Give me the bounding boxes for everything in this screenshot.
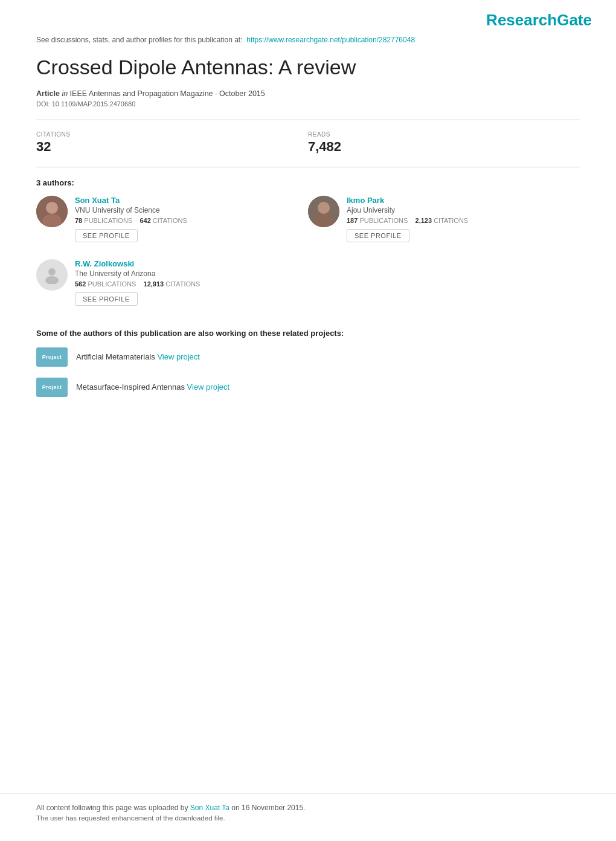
author-affiliation-ikmo: Ajou University <box>347 206 580 214</box>
author-stats-rw: 562 PUBLICATIONS 12,913 CITATIONS <box>75 280 308 288</box>
svg-point-4 <box>318 202 330 214</box>
ikmo-cit-num: 2,123 <box>415 217 432 224</box>
footer-upload-text: All content following this page was uplo… <box>36 804 580 812</box>
avatar-ikmo <box>308 196 339 227</box>
rw-cit-label: CITATIONS <box>165 280 200 288</box>
publication-link[interactable]: https://www.researchgate.net/publication… <box>246 36 415 44</box>
ikmo-pub-label: PUBLICATIONS <box>359 217 408 224</box>
footer-uploader-link[interactable]: Son Xuat Ta <box>190 804 229 812</box>
project-name-1: Artificial Metamaterials <box>76 352 157 361</box>
reads-block: READS 7,482 <box>308 131 580 155</box>
avatar-son-image <box>36 196 68 227</box>
author-name-son[interactable]: Son Xuat Ta <box>75 196 308 205</box>
project-badge-1: Project <box>36 347 68 367</box>
svg-point-7 <box>45 276 59 284</box>
researchgate-logo: ResearchGate <box>486 11 592 30</box>
reads-label: READS <box>308 131 580 138</box>
project-text-2: Metasurface-Inspired Antennas View proje… <box>76 382 229 392</box>
project-text-1: Artificial Metamaterials View project <box>76 352 200 361</box>
authors-heading: 3 authors: <box>36 178 580 187</box>
person-icon <box>43 266 61 284</box>
author-info-rw: R.W. Ziolkowski The University of Arizon… <box>75 259 308 306</box>
ikmo-cit-label: CITATIONS <box>434 217 468 224</box>
date-separator: · <box>215 89 219 98</box>
journal-name: IEEE Antennas and Propagation Magazine <box>70 89 213 98</box>
citations-value: 32 <box>36 139 308 155</box>
article-meta: Article in IEEE Antennas and Propagation… <box>36 89 580 98</box>
authors-divider <box>36 167 580 167</box>
see-profile-son[interactable]: SEE PROFILE <box>75 229 138 242</box>
son-cit-label: CITATIONS <box>153 217 187 224</box>
author-card-rw: R.W. Ziolkowski The University of Arizon… <box>36 259 308 306</box>
project-name-2: Metasurface-Inspired Antennas <box>76 382 187 392</box>
see-discussions-bar: See discussions, stats, and author profi… <box>36 36 580 44</box>
son-cit-num: 642 <box>140 217 150 224</box>
stats-divider <box>36 120 580 120</box>
see-profile-rw[interactable]: SEE PROFILE <box>75 292 138 306</box>
svg-point-1 <box>46 202 58 214</box>
ikmo-pub-num: 187 <box>347 217 358 224</box>
author-info-ikmo: Ikmo Park Ajou University 187 PUBLICATIO… <box>347 196 580 242</box>
footer-suffix: on 16 November 2015. <box>231 804 305 812</box>
rw-pub-num: 562 <box>75 280 86 288</box>
author-stats-son: 78 PUBLICATIONS 642 CITATIONS <box>75 217 308 224</box>
article-type: Article <box>36 89 60 98</box>
see-profile-ikmo[interactable]: SEE PROFILE <box>347 229 409 242</box>
author-stats-ikmo: 187 PUBLICATIONS 2,123 CITATIONS <box>347 217 580 224</box>
author-name-rw[interactable]: R.W. Ziolkowski <box>75 259 308 268</box>
author-card-son: Son Xuat Ta VNU University of Science 78… <box>36 196 308 242</box>
avatar-ikmo-image <box>308 196 339 227</box>
page-header: ResearchGate <box>0 0 616 36</box>
see-discussions-text: See discussions, stats, and author profi… <box>36 36 243 44</box>
author-card-ikmo: Ikmo Park Ajou University 187 PUBLICATIO… <box>308 196 580 242</box>
avatar-son <box>36 196 68 227</box>
project-row-2: Project Metasurface-Inspired Antennas Vi… <box>36 378 580 397</box>
svg-point-6 <box>48 268 56 276</box>
avatar-rw-placeholder <box>36 259 68 291</box>
author-name-ikmo[interactable]: Ikmo Park <box>347 196 580 205</box>
footer-enhancement-text: The user has requested enhancement of th… <box>36 814 580 822</box>
rw-pub-label: PUBLICATIONS <box>88 280 136 288</box>
reads-value: 7,482 <box>308 139 580 155</box>
author-affiliation-son: VNU University of Science <box>75 206 308 214</box>
author-affiliation-rw: The University of Arizona <box>75 269 308 278</box>
paper-title: Crossed Dipole Antennas: A review <box>36 55 580 80</box>
main-content: See discussions, stats, and author profi… <box>0 36 616 397</box>
in-label: in <box>62 89 69 98</box>
article-date: October 2015 <box>219 89 265 98</box>
doi-line: DOI: 10.1109/MAP.2015.2470680 <box>36 100 580 108</box>
footer-prefix: All content following this page was uplo… <box>36 804 188 812</box>
project-badge-2: Project <box>36 378 68 397</box>
rw-cit-num: 12,913 <box>144 280 164 288</box>
authors-grid: Son Xuat Ta VNU University of Science 78… <box>36 196 580 323</box>
son-pub-label: PUBLICATIONS <box>84 217 132 224</box>
project-link-1[interactable]: View project <box>157 352 200 361</box>
project-row-1: Project Artificial Metamaterials View pr… <box>36 347 580 367</box>
son-pub-num: 78 <box>75 217 82 224</box>
citations-label: CITATIONS <box>36 131 308 138</box>
citations-block: CITATIONS 32 <box>36 131 308 155</box>
author-info-son: Son Xuat Ta VNU University of Science 78… <box>75 196 308 242</box>
doi-label: DOI: <box>36 100 50 108</box>
project-link-2[interactable]: View project <box>187 382 230 392</box>
doi-value: 10.1109/MAP.2015.2470680 <box>52 100 136 108</box>
stats-row: CITATIONS 32 READS 7,482 <box>36 131 580 155</box>
page-footer: All content following this page was uplo… <box>0 793 616 829</box>
related-projects-heading: Some of the authors of this publication … <box>36 329 580 338</box>
